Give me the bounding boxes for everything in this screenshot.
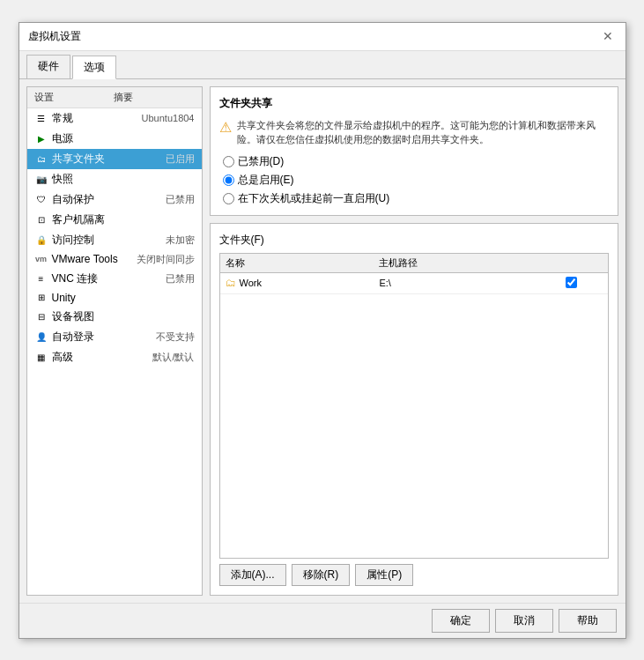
col-enabled-header bbox=[536, 254, 608, 273]
sidebar-item-label: Unity bbox=[52, 292, 195, 304]
dialog-footer: 确定 取消 帮助 bbox=[19, 603, 625, 638]
sidebar-item-access-ctrl[interactable]: 🔒 访问控制 未加密 bbox=[27, 230, 202, 250]
vnc-icon: ≡ bbox=[34, 272, 48, 285]
autologin-icon: 👤 bbox=[34, 330, 48, 343]
tabs-bar: 硬件 选项 bbox=[19, 51, 625, 79]
folder-section-title: 文件夹(F) bbox=[219, 233, 609, 248]
sidebar-item-isolation[interactable]: ⊡ 客户机隔离 bbox=[27, 210, 202, 230]
sidebar-item-autologin[interactable]: 👤 自动登录 不受支持 bbox=[27, 327, 202, 347]
sidebar-item-summary: 已禁用 bbox=[166, 272, 195, 286]
table-row: 🗂 Work E:\ bbox=[220, 272, 608, 293]
access-ctrl-icon: 🔒 bbox=[34, 234, 48, 246]
radio-always-input[interactable] bbox=[223, 174, 234, 186]
radio-always-label: 总是启用(E) bbox=[238, 173, 294, 188]
folder-name: Work bbox=[240, 278, 262, 288]
folder-table-wrapper: 名称 主机路径 🗂 Work bbox=[219, 253, 609, 559]
dialog-title: 虚拟机设置 bbox=[28, 29, 81, 44]
sidebar-item-label: VNC 连接 bbox=[52, 271, 166, 286]
general-icon: ☰ bbox=[34, 112, 48, 124]
sidebar-item-label: 常规 bbox=[52, 111, 142, 126]
shared-folder-icon: 🗂 bbox=[34, 152, 48, 165]
radio-disabled[interactable]: 已禁用(D) bbox=[223, 154, 609, 169]
radio-until-shutdown-input[interactable] bbox=[223, 193, 234, 204]
tab-hardware[interactable]: 硬件 bbox=[26, 55, 70, 78]
sidebar-item-summary: 关闭时间同步 bbox=[137, 253, 195, 266]
cancel-button[interactable]: 取消 bbox=[495, 609, 553, 633]
help-button[interactable]: 帮助 bbox=[559, 609, 617, 633]
power-icon: ▶ bbox=[34, 132, 48, 145]
sidebar-item-label: VMware Tools bbox=[52, 253, 137, 265]
add-button[interactable]: 添加(A)... bbox=[219, 564, 286, 586]
snapshot-icon: 📷 bbox=[34, 173, 48, 185]
radio-until-shutdown-label: 在下次关机或挂起前一直启用(U) bbox=[238, 191, 390, 206]
dialog-body: 设置 摘要 ☰ 常规 Ubuntu1804 ▶ 电源 🗂 共享文件夹 已启用 📷 bbox=[19, 79, 625, 603]
sidebar-item-label: 客户机隔离 bbox=[52, 212, 195, 227]
sidebar-item-snapshot[interactable]: 📷 快照 bbox=[27, 169, 202, 189]
radio-group: 已禁用(D) 总是启用(E) 在下次关机或挂起前一直启用(U) bbox=[223, 154, 609, 206]
radio-until-shutdown[interactable]: 在下次关机或挂起前一直启用(U) bbox=[223, 191, 609, 206]
sidebar-item-label: 高级 bbox=[52, 350, 153, 365]
sidebar-item-summary: 默认/默认 bbox=[152, 351, 194, 364]
sidebar-item-general[interactable]: ☰ 常规 Ubuntu1804 bbox=[27, 108, 202, 129]
sidebar-item-shared-folder[interactable]: 🗂 共享文件夹 已启用 bbox=[27, 149, 202, 169]
warning-icon: ⚠ bbox=[219, 119, 232, 147]
sidebar-item-label: 自动登录 bbox=[52, 330, 156, 345]
warning-text: 共享文件夹会将您的文件显示给虚拟机中的程序。这可能为您的计算机和数据带来风险。请… bbox=[237, 118, 609, 147]
device-view-icon: ⊟ bbox=[34, 310, 48, 323]
sidebar-item-advanced[interactable]: ▦ 高级 默认/默认 bbox=[27, 347, 202, 367]
title-bar: 虚拟机设置 ✕ bbox=[19, 23, 625, 51]
radio-disabled-input[interactable] bbox=[223, 156, 234, 167]
col-name-header: 名称 bbox=[220, 254, 374, 273]
sidebar-item-vnc[interactable]: ≡ VNC 连接 已禁用 bbox=[27, 269, 202, 289]
left-panel-header: 设置 摘要 bbox=[27, 87, 202, 108]
folder-name-cell: 🗂 Work bbox=[220, 272, 374, 293]
advanced-icon: ▦ bbox=[34, 351, 48, 363]
folder-row-icon: 🗂 bbox=[226, 277, 236, 289]
folder-path-cell: E:\ bbox=[374, 272, 535, 293]
sidebar-item-label: 自动保护 bbox=[52, 192, 166, 207]
col-summary-label: 摘要 bbox=[114, 91, 195, 104]
folder-enabled-checkbox[interactable] bbox=[566, 277, 577, 288]
folder-buttons: 添加(A)... 移除(R) 属性(P) bbox=[219, 564, 609, 586]
radio-disabled-label: 已禁用(D) bbox=[238, 154, 285, 169]
tab-options[interactable]: 选项 bbox=[72, 56, 116, 79]
unity-icon: ⊞ bbox=[34, 292, 48, 304]
sidebar-item-label: 共享文件夹 bbox=[52, 152, 166, 167]
col-path-header: 主机路径 bbox=[374, 254, 535, 273]
remove-button[interactable]: 移除(R) bbox=[292, 564, 351, 586]
sidebar-item-summary: 已禁用 bbox=[166, 193, 195, 206]
shared-folder-title: 文件夹共享 bbox=[219, 96, 609, 111]
autoprotect-icon: 🛡 bbox=[34, 193, 48, 205]
sidebar-item-label: 电源 bbox=[52, 131, 195, 146]
shared-folder-section: 文件夹共享 ⚠ 共享文件夹会将您的文件显示给虚拟机中的程序。这可能为您的计算机和… bbox=[210, 86, 618, 216]
sidebar-item-autoprotect[interactable]: 🛡 自动保护 已禁用 bbox=[27, 189, 202, 210]
sidebar-item-label: 访问控制 bbox=[52, 233, 166, 248]
sidebar-item-unity[interactable]: ⊞ Unity bbox=[27, 289, 202, 307]
sidebar-item-summary: 不受支持 bbox=[156, 330, 195, 344]
sidebar-item-device-view[interactable]: ⊟ 设备视图 bbox=[27, 307, 202, 327]
close-button[interactable]: ✕ bbox=[599, 27, 617, 45]
left-panel: 设置 摘要 ☰ 常规 Ubuntu1804 ▶ 电源 🗂 共享文件夹 已启用 📷 bbox=[26, 86, 203, 596]
folder-enabled-cell[interactable] bbox=[536, 272, 608, 293]
sidebar-item-vmware-tools[interactable]: vm VMware Tools 关闭时间同步 bbox=[27, 250, 202, 269]
sidebar-item-summary: 未加密 bbox=[166, 234, 195, 247]
isolation-icon: ⊡ bbox=[34, 213, 48, 226]
vmware-tools-icon: vm bbox=[34, 253, 48, 265]
sidebar-item-label: 设备视图 bbox=[52, 309, 195, 324]
folder-section: 文件夹(F) 名称 主机路径 bbox=[210, 223, 618, 596]
col-setting-label: 设置 bbox=[34, 91, 114, 104]
sidebar-item-summary: 已启用 bbox=[166, 152, 195, 166]
sidebar-item-summary: Ubuntu1804 bbox=[142, 113, 195, 123]
radio-always[interactable]: 总是启用(E) bbox=[223, 173, 609, 188]
folder-table: 名称 主机路径 🗂 Work bbox=[220, 254, 608, 294]
right-panel: 文件夹共享 ⚠ 共享文件夹会将您的文件显示给虚拟机中的程序。这可能为您的计算机和… bbox=[210, 86, 618, 596]
property-button[interactable]: 属性(P) bbox=[355, 564, 413, 586]
sidebar-item-label: 快照 bbox=[52, 172, 195, 187]
sidebar-item-power[interactable]: ▶ 电源 bbox=[27, 129, 202, 149]
ok-button[interactable]: 确定 bbox=[432, 609, 490, 633]
dialog: 虚拟机设置 ✕ 硬件 选项 设置 摘要 ☰ 常规 Ubuntu1804 ▶ 电源 bbox=[19, 22, 626, 639]
warning-row: ⚠ 共享文件夹会将您的文件显示给虚拟机中的程序。这可能为您的计算机和数据带来风险… bbox=[219, 118, 609, 147]
